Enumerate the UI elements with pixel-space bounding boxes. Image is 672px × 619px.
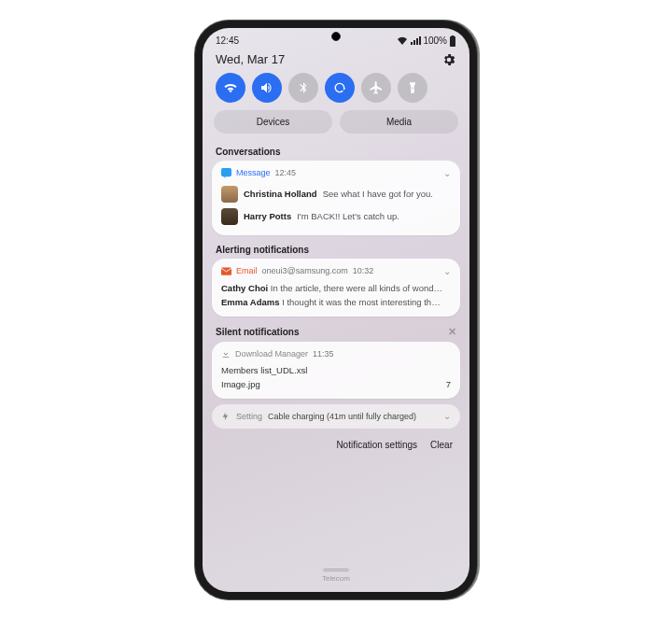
download-icon bbox=[221, 349, 231, 359]
conversations-label: Conversations bbox=[216, 147, 280, 157]
alerting-label: Alerting notifications bbox=[216, 245, 309, 255]
front-camera bbox=[331, 32, 341, 41]
download-file: Image.jpg 7 bbox=[221, 377, 451, 391]
message-notification[interactable]: Message 12:45 ⌄ Christina Holland See wh… bbox=[212, 161, 460, 235]
airplane-toggle[interactable] bbox=[361, 73, 391, 103]
avatar bbox=[221, 208, 238, 225]
sender-name: Harry Potts bbox=[244, 211, 291, 221]
email-body: I thought it was the most interesting th… bbox=[282, 297, 441, 307]
download-notification[interactable]: Download Manager 11:35 Members list_UDL.… bbox=[212, 342, 460, 399]
file-count: 7 bbox=[446, 379, 451, 389]
wifi-toggle[interactable] bbox=[216, 73, 245, 103]
panel-footer: Notification settings Clear bbox=[203, 434, 469, 456]
message-body: I'm BACK!! Let's catch up. bbox=[297, 211, 399, 221]
chevron-down-icon[interactable]: ⌄ bbox=[443, 266, 451, 276]
alerting-header: Alerting notifications bbox=[203, 241, 469, 259]
sender-name: Emma Adams bbox=[221, 297, 279, 307]
settings-icon[interactable] bbox=[441, 52, 456, 67]
signal-icon bbox=[410, 36, 421, 46]
download-file: Members list_UDL.xsl bbox=[221, 363, 451, 377]
download-app-name: Download Manager bbox=[235, 349, 308, 359]
media-button[interactable]: Media bbox=[340, 110, 458, 134]
download-card-head: Download Manager 11:35 bbox=[221, 349, 451, 359]
email-body: In the article, there were all kinds of … bbox=[271, 283, 442, 293]
date-label: Wed, Mar 17 bbox=[216, 52, 285, 66]
message-app-icon bbox=[221, 168, 231, 178]
status-time: 12:45 bbox=[216, 35, 239, 46]
download-time: 11:35 bbox=[313, 349, 334, 359]
carrier-label: Telecom bbox=[203, 574, 469, 583]
sender-name: Christina Holland bbox=[244, 189, 317, 199]
file-name: Members list_UDL.xsl bbox=[221, 365, 307, 375]
email-app-name: Email bbox=[236, 266, 258, 275]
battery-icon bbox=[449, 35, 456, 47]
silent-header: Silent notifications ✕ bbox=[203, 322, 469, 342]
charging-notification[interactable]: Setting Cable charging (41m until fully … bbox=[212, 404, 460, 429]
email-card-head: Email oneui3@samsung.com 10:32 ⌄ bbox=[221, 266, 451, 276]
chevron-down-icon[interactable]: ⌄ bbox=[443, 168, 451, 178]
email-item[interactable]: Cathy Choi In the article, there were al… bbox=[221, 281, 451, 295]
avatar bbox=[221, 186, 238, 203]
devices-media-row: Devices Media bbox=[203, 110, 469, 143]
sender-name: Cathy Choi bbox=[221, 283, 268, 293]
charging-text: Cable charging (41m until fully charged) bbox=[268, 412, 416, 421]
panel-header: Wed, Mar 17 bbox=[203, 49, 469, 73]
rotation-toggle[interactable] bbox=[325, 73, 355, 103]
message-time: 12:45 bbox=[275, 168, 297, 177]
conversations-header: Conversations bbox=[203, 143, 469, 161]
home-indicator[interactable] bbox=[323, 569, 349, 571]
silent-label: Silent notifications bbox=[216, 327, 299, 337]
message-app-name: Message bbox=[236, 168, 271, 177]
screen: 12:45 100% Wed, Mar 17 bbox=[203, 28, 469, 592]
email-time: 10:32 bbox=[353, 266, 374, 275]
file-name: Image.jpg bbox=[221, 379, 260, 389]
message-item[interactable]: Harry Potts I'm BACK!! Let's catch up. bbox=[221, 205, 451, 228]
email-account: oneui3@samsung.com bbox=[262, 266, 348, 275]
email-app-icon bbox=[221, 267, 231, 275]
svg-rect-1 bbox=[452, 35, 455, 37]
email-notification[interactable]: Email oneui3@samsung.com 10:32 ⌄ Cathy C… bbox=[212, 259, 460, 317]
notification-settings-button[interactable]: Notification settings bbox=[336, 440, 417, 450]
bolt-icon bbox=[221, 411, 231, 422]
svg-rect-2 bbox=[221, 168, 231, 176]
phone-frame: 12:45 100% Wed, Mar 17 bbox=[195, 21, 477, 599]
sound-toggle[interactable] bbox=[252, 73, 282, 103]
quick-settings bbox=[203, 73, 469, 110]
message-card-head: Message 12:45 ⌄ bbox=[221, 168, 451, 178]
devices-button[interactable]: Devices bbox=[214, 110, 332, 134]
message-body: See what I have got for you. bbox=[323, 189, 433, 199]
status-icons: 100% bbox=[397, 35, 456, 47]
email-item[interactable]: Emma Adams I thought it was the most int… bbox=[221, 295, 451, 309]
close-icon[interactable]: ✕ bbox=[448, 326, 456, 338]
setting-app-name: Setting bbox=[236, 412, 262, 421]
bluetooth-toggle[interactable] bbox=[288, 73, 318, 103]
battery-percent: 100% bbox=[423, 35, 447, 46]
chevron-down-icon[interactable]: ⌄ bbox=[443, 411, 451, 421]
flashlight-toggle[interactable] bbox=[398, 73, 427, 103]
message-item[interactable]: Christina Holland See what I have got fo… bbox=[221, 183, 451, 205]
svg-rect-0 bbox=[450, 36, 455, 47]
wifi-icon bbox=[397, 36, 408, 46]
clear-button[interactable]: Clear bbox=[430, 440, 453, 450]
